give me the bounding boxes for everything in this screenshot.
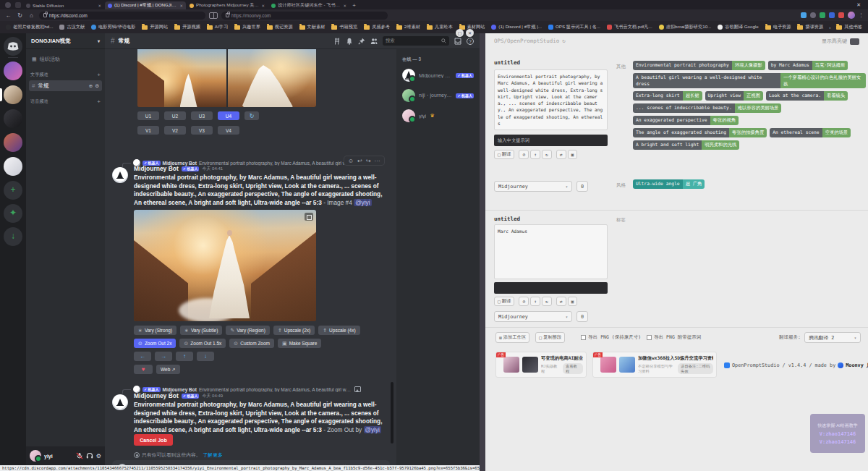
new-tab-button[interactable]: +: [350, 1, 358, 9]
reply-icon[interactable]: ↩: [357, 158, 362, 164]
upscale-4x-button[interactable]: ⇑Upscale (4x): [318, 326, 359, 335]
bookmark-item[interactable]: 电影剪辑/华语电影: [91, 24, 135, 30]
vary-subtle-button[interactable]: ∗Vary (Subtle): [180, 326, 222, 335]
pinned-messages-icon[interactable]: [358, 38, 365, 45]
prompt-tag[interactable]: by Marc Adamus马克·阿达姆斯: [768, 61, 848, 70]
tab-discord[interactable]: (1) Discord | #常规 | DONGJIAN视觉 ✕: [105, 1, 186, 9]
gear-icon[interactable]: ⚙: [95, 83, 99, 89]
threads-icon[interactable]: [333, 38, 341, 45]
add-server-button[interactable]: +: [4, 181, 22, 200]
author-name[interactable]: Midjourney Bot: [134, 165, 179, 172]
server-icon[interactable]: [4, 133, 22, 152]
prompt-textarea[interactable]: Marc Adamus: [494, 224, 608, 279]
prompt-tag[interactable]: A beautiful girl wearing a well-designed…: [633, 73, 866, 89]
extension-icon[interactable]: [820, 12, 825, 18]
heart-react-button[interactable]: ♥: [134, 365, 153, 374]
window-close-button[interactable]: ✕: [856, 2, 865, 9]
counter-button[interactable]: 0: [576, 311, 588, 322]
split-view-divider[interactable]: [480, 33, 485, 471]
ad-pill[interactable]: 查看教程: [563, 363, 583, 374]
prompt-tag[interactable]: An exaggerated perspective夸张的视角: [633, 116, 739, 125]
bookmark-item[interactable]: 文献素材: [299, 24, 326, 30]
v3-button[interactable]: V3: [191, 126, 213, 135]
bookmark-item[interactable]: 电子资源: [765, 24, 791, 30]
discord-home-button[interactable]: [4, 37, 22, 56]
move-up-button[interactable]: ↑: [530, 297, 540, 306]
u2-button[interactable]: U2: [164, 111, 186, 120]
prompt-tag[interactable]: ... scenes of indescribable beauty.难以形容的…: [633, 103, 781, 113]
prompt-title[interactable]: untitled: [494, 59, 520, 66]
download-apps-button[interactable]: ↓: [4, 227, 22, 246]
browser-menu-icon[interactable]: ⋮: [859, 12, 864, 18]
checkbox[interactable]: [581, 335, 586, 340]
prompt-tag[interactable]: A bright and soft light明亮柔和的光线: [633, 140, 739, 150]
bookmark-item[interactable]: 开源视频: [174, 24, 200, 30]
prompt-tag[interactable]: Look at the camera.看着镜头: [766, 91, 848, 101]
ad-pill[interactable]: 进群备注:二维码失效: [678, 363, 713, 374]
learn-more-link[interactable]: 了解更多: [203, 451, 223, 459]
v2-button[interactable]: V2: [164, 126, 186, 135]
checkbox[interactable]: [647, 335, 652, 340]
tab-close-icon[interactable]: ✕: [343, 4, 346, 8]
bookmark-item[interactable]: 谷歌翻译 Google: [718, 24, 758, 30]
bookmark-item[interactable]: 视记资源: [267, 24, 293, 30]
tab-close-icon[interactable]: ✕: [98, 4, 101, 8]
add-reaction-icon[interactable]: ☺: [348, 158, 354, 164]
bot-avatar[interactable]: [112, 394, 128, 410]
split-view-icon[interactable]: [209, 12, 218, 19]
sidebar-item-events[interactable]: ▦ 组织活动: [29, 54, 102, 64]
model-select[interactable]: Midjourney ▾: [494, 181, 572, 192]
v4-button[interactable]: V4: [218, 126, 239, 135]
search-input[interactable]: 搜索: [383, 36, 449, 46]
user-avatar[interactable]: [30, 450, 41, 462]
tab-feishu-doc[interactable]: 设计师社区关键词名作 - 飞书云文档 ✕: [268, 1, 349, 9]
service-select[interactable]: 腾讯翻译 2 ▾: [804, 332, 861, 343]
bookmark-item[interactable]: 老照片修复教程hd...: [6, 24, 53, 30]
prompt-tag[interactable]: The angle of exaggerated shooting夸张的拍摄角度: [633, 128, 767, 137]
prompt-tag[interactable]: Environmental portrait photography环境人像摄影: [633, 61, 765, 70]
copy-all-button[interactable]: □复制整段: [535, 332, 565, 343]
forward-icon[interactable]: ↪: [366, 158, 371, 164]
pan-down-button[interactable]: ↓: [197, 352, 214, 361]
prompt-tag[interactable]: Upright view正视图: [705, 91, 763, 101]
more-icon[interactable]: ···: [375, 158, 380, 164]
custom-zoom-button[interactable]: ⊙Custom Zoom: [229, 339, 274, 348]
pan-left-button[interactable]: ←: [134, 352, 151, 361]
highlight-toggle[interactable]: 显示高亮键: [822, 38, 859, 45]
bookmark-item[interactable]: 虚拟bmai摄影研究10...: [659, 24, 712, 30]
vary-strong-button[interactable]: ∗Vary (Strong): [134, 326, 176, 335]
pan-right-button[interactable]: →: [155, 352, 172, 361]
parameter-tag[interactable]: Ultra-wide angle超 广角: [633, 179, 705, 189]
headphones-icon[interactable]: [86, 452, 93, 459]
translate-button[interactable]: □翻译: [494, 150, 514, 159]
widget-restore-icon[interactable]: ▢: [456, 29, 464, 37]
channel-item-changgui[interactable]: # 常规 ⊕⚙: [29, 80, 102, 91]
vary-region-button[interactable]: ✎Vary (Region): [226, 326, 270, 335]
expand-image-icon[interactable]: [305, 213, 313, 221]
extension-icon[interactable]: [838, 12, 844, 18]
bookmark-item[interactable]: 兴趣世界: [234, 24, 260, 30]
widget-close-icon[interactable]: ✕: [466, 29, 474, 37]
bookmark-item[interactable]: OPS 提示词工具 | 名...: [548, 24, 600, 30]
midjourney-grid-image[interactable]: [137, 49, 316, 107]
bookmark-item[interactable]: AI学习: [207, 24, 228, 30]
refresh-icon[interactable]: ↻: [562, 38, 566, 44]
pan-up-button[interactable]: ↑: [176, 352, 193, 361]
author-name[interactable]: Midjourney Bot: [134, 392, 179, 399]
server-icon[interactable]: [4, 109, 22, 128]
address-bar-moonvy[interactable]: https://moonvy.com: [221, 12, 388, 20]
notifications-bell-icon[interactable]: [346, 38, 353, 45]
bookmark-item[interactable]: 儿童绘本: [427, 24, 453, 30]
tab-stable-diffusion[interactable]: Stable Diffusion ✕: [23, 1, 104, 9]
u3-button[interactable]: U3: [191, 111, 213, 120]
chinese-input[interactable]: 输入中文提示词: [494, 135, 608, 146]
prompt-tag[interactable]: Extra-long skirt超长裙: [633, 91, 702, 101]
ad-banner[interactable]: 广告 加微信wx368拉入SD炼丹交流学习资料群 不定期分享模型与学习资料进群备…: [592, 352, 717, 378]
reroll-button[interactable]: ↻: [244, 111, 259, 120]
member-list-icon[interactable]: [370, 38, 378, 45]
microphone-muted-icon[interactable]: [76, 452, 83, 459]
member-row-yiyi[interactable]: yiyi ♛: [399, 108, 477, 124]
save-button[interactable]: ▣: [568, 150, 578, 159]
prompt-tag[interactable]: An ethereal scene空灵的场景: [770, 128, 851, 137]
explore-servers-button[interactable]: ✦: [4, 204, 22, 223]
